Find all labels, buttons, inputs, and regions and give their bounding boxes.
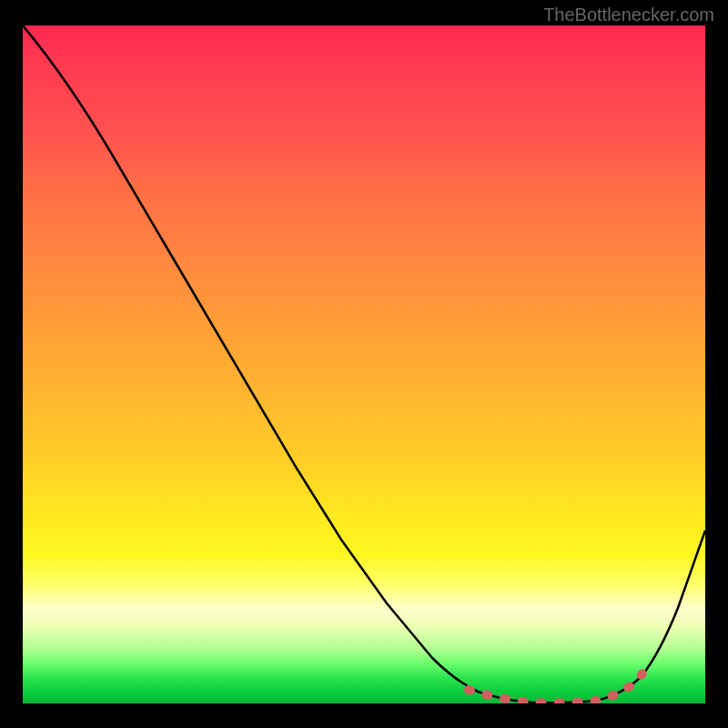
watermark-text: TheBottlenecker.com <box>543 5 714 25</box>
highlighted-range-dots <box>469 662 651 703</box>
chart-plot-area <box>23 25 705 703</box>
bottleneck-curve-line <box>23 25 705 703</box>
chart-svg <box>23 25 705 703</box>
